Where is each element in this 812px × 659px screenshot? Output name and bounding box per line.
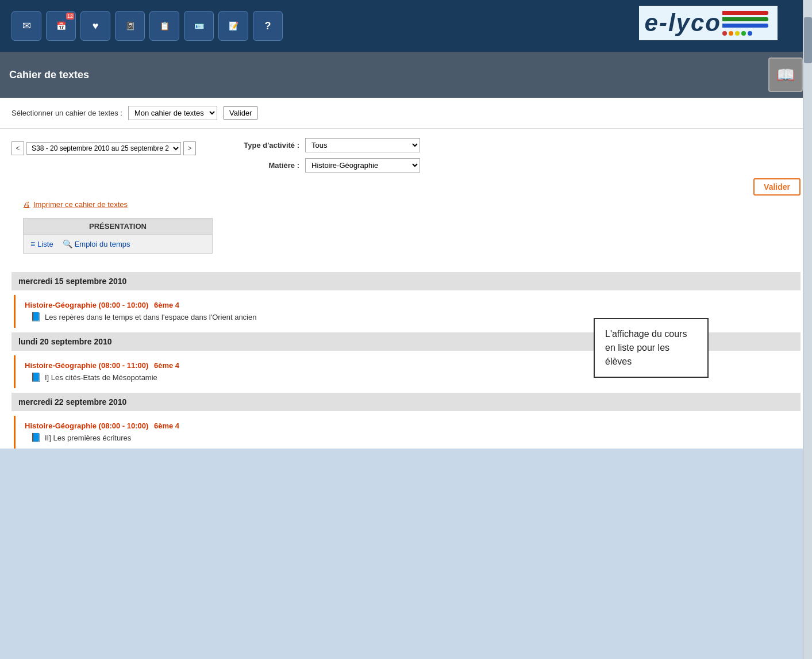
schedule-label: Emploi du temps [75, 240, 130, 248]
course-subject-3: Histoire-Géographie [25, 422, 97, 430]
list-label: Liste [37, 240, 53, 248]
activity-filters: Type d'activité : Tous Cours Devoir Mati… [219, 138, 801, 196]
course-time-val-2: 08:00 - 11:00 [101, 361, 146, 370]
course-item-text-2: I] Les cités-Etats de Mésopotamie [45, 373, 157, 382]
presentation-actions: ≡ Liste 🔍 Emploi du temps [24, 235, 212, 253]
nav-icon-notebook[interactable]: 📓 [115, 11, 145, 41]
heart-icon: ♥ [93, 20, 99, 32]
nav-icon-mail[interactable]: ✉ [11, 11, 41, 41]
presentation-box: PRÉSENTATION ≡ Liste 🔍 Emploi du temps [23, 218, 213, 254]
presentation-area: PRÉSENTATION ≡ Liste 🔍 Emploi du temps [0, 218, 812, 272]
course-time-val-3: 08:00 - 10:00 [101, 422, 146, 430]
week-select[interactable]: S38 - 20 septembre 2010 au 25 septembre … [26, 142, 181, 155]
cahier-selector[interactable]: Mon cahier de textes [128, 106, 217, 120]
date-header-3: mercredi 22 septembre 2010 [11, 393, 801, 411]
main-content: Sélectionner un cahier de textes : Mon c… [0, 98, 812, 449]
cahier-textes-icon: 📖 [768, 58, 803, 92]
page-title: Cahier de textes [9, 69, 89, 81]
prev-week-button[interactable]: < [11, 141, 24, 155]
course-item-text-1: Les repères dans le temps et dans l'espa… [45, 313, 256, 321]
list-view-link[interactable]: ≡ Liste [30, 239, 53, 248]
next-week-button[interactable]: > [183, 141, 196, 155]
filter-row-container: < S38 - 20 septembre 2010 au 25 septembr… [11, 138, 801, 196]
listdoc-icon: 📋 [160, 21, 170, 30]
search-calendar-icon: 🔍 [63, 239, 72, 248]
date-label-1: mercredi 15 septembre 2010 [18, 277, 126, 286]
print-link-text: Imprimer ce cahier de textes [33, 200, 128, 209]
course-link-2[interactable]: Histoire-Géographie (08:00 - 11:00) [25, 361, 151, 370]
matiere-select[interactable]: Histoire-Géographie Mathématiques França… [305, 158, 420, 173]
week-nav-controls: < S38 - 20 septembre 2010 au 25 septembr… [11, 141, 196, 155]
elyco-logo: e-lyco [639, 6, 778, 40]
nav-icon-idcard[interactable]: 🪪 [184, 11, 214, 41]
printer-icon: 🖨 [23, 200, 30, 209]
course-link-3[interactable]: Histoire-Géographie (08:00 - 10:00) [25, 422, 151, 430]
dot-yellow [735, 31, 740, 36]
date-label-3: mercredi 22 septembre 2010 [18, 397, 126, 407]
selector-validate-button[interactable]: Valider [223, 106, 259, 120]
dot-blue [748, 31, 752, 36]
schedule-view-link[interactable]: 🔍 Emploi du temps [63, 239, 130, 248]
dot-green [741, 31, 746, 36]
selector-bar: Sélectionner un cahier de textes : Mon c… [0, 98, 812, 129]
dot-orange [729, 31, 733, 36]
book-icon-2: 📘 [30, 372, 41, 382]
course-item-3: 📘 II] Les premières écritures [25, 432, 794, 443]
course-class-1: 6ème 4 [154, 301, 179, 309]
nav-icons-container: ✉ 📅 12 ♥ 📓 📋 🪪 📝 ? [11, 11, 283, 41]
calendar-badge: 12 [66, 13, 74, 20]
matiere-row: Matière : Histoire-Géographie Mathématiq… [219, 158, 801, 173]
activity-type-select[interactable]: Tous Cours Devoir [305, 138, 420, 152]
activity-type-row: Type d'activité : Tous Cours Devoir [219, 138, 801, 152]
selector-label: Sélectionner un cahier de textes : [11, 109, 122, 117]
nav-icon-listdoc[interactable]: 📋 [149, 11, 179, 41]
stripe-green [722, 17, 768, 21]
print-area: 🖨 Imprimer ce cahier de textes [11, 196, 801, 218]
list-icon: ≡ [30, 239, 35, 248]
elyco-brand-text: e-lyco [645, 9, 721, 37]
presentation-title: PRÉSENTATION [24, 219, 212, 235]
pencil-book-icon: 📖 [776, 66, 795, 84]
course-class-3: 6ème 4 [154, 422, 179, 430]
course-entry-3: Histoire-Géographie (08:00 - 10:00) 6ème… [14, 416, 801, 449]
stripe-red [722, 11, 768, 15]
course-time-val-1: 08:00 - 10:00 [101, 301, 146, 309]
page-title-bar: Cahier de textes 📖 [0, 52, 812, 98]
calendar-icon: 📅 [56, 21, 66, 30]
notebook-icon: 📓 [125, 21, 135, 30]
checkdoc-icon: 📝 [229, 21, 238, 30]
date-label-2: lundi 20 septembre 2010 [18, 337, 112, 346]
idcard-icon: 🪪 [194, 21, 204, 30]
scrollbar-thumb[interactable] [804, 17, 812, 63]
matiere-label: Matière : [219, 161, 299, 170]
mail-icon: ✉ [22, 20, 31, 32]
elyco-stripes [722, 11, 768, 36]
date-header-1: mercredi 15 septembre 2010 [11, 272, 801, 290]
nav-icon-checkdoc[interactable]: 📝 [218, 11, 248, 41]
course-item-text-3: II] Les premières écritures [45, 434, 131, 442]
activity-type-label: Type d'activité : [219, 141, 299, 150]
course-title-3: Histoire-Géographie (08:00 - 10:00) 6ème… [25, 422, 794, 430]
scrollbar[interactable] [803, 0, 812, 659]
dot-red [722, 31, 727, 36]
tooltip-box: L'affichage du cours en liste pour les é… [594, 318, 709, 378]
nav-icon-heart[interactable]: ♥ [80, 11, 110, 41]
help-icon: ? [265, 20, 271, 32]
courses-content: mercredi 15 septembre 2010 Histoire-Géog… [0, 272, 812, 449]
course-class-2: 6ème 4 [154, 361, 179, 370]
course-subject-2: Histoire-Géographie [25, 361, 97, 370]
nav-icon-help[interactable]: ? [253, 11, 283, 41]
filter-validate-button[interactable]: Valider [753, 178, 801, 196]
nav-icon-calendar[interactable]: 📅 12 [46, 11, 76, 41]
course-link-1[interactable]: Histoire-Géographie (08:00 - 10:00) [25, 301, 151, 309]
book-icon-1: 📘 [30, 312, 41, 322]
course-title-1: Histoire-Géographie (08:00 - 10:00) 6ème… [25, 301, 794, 309]
course-subject-1: Histoire-Géographie [25, 301, 97, 309]
book-icon-3: 📘 [30, 432, 41, 443]
print-link[interactable]: 🖨 Imprimer ce cahier de textes [23, 200, 789, 209]
week-navigator: < S38 - 20 septembre 2010 au 25 septembr… [11, 139, 196, 155]
stripe-blue [722, 24, 768, 28]
tooltip-text: L'affichage du cours en liste pour les é… [605, 329, 687, 366]
filter-section: < S38 - 20 septembre 2010 au 25 septembr… [0, 129, 812, 218]
header: ✉ 📅 12 ♥ 📓 📋 🪪 📝 ? e-lyco [0, 0, 812, 52]
